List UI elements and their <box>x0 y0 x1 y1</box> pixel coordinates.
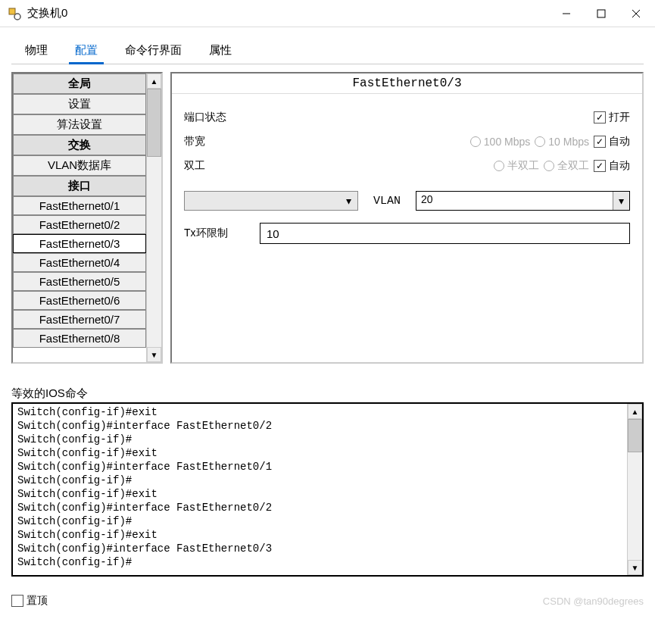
ios-commands-box: Switch(config-if)#exit Switch(config)#in… <box>11 402 644 577</box>
vlan-dropdown[interactable]: 20 ▾ <box>416 191 630 211</box>
sidebar-item-vlan-db[interactable]: VLAN数据库 <box>13 155 146 176</box>
mode-dropdown[interactable]: ▾ <box>184 191 358 211</box>
watermark: CSDN @tan90degrees <box>543 596 644 607</box>
check-icon <box>594 160 606 172</box>
maximize-button[interactable] <box>584 1 619 27</box>
sidebar-item-settings[interactable]: 设置 <box>13 94 146 114</box>
sidebar-item-fe04[interactable]: FastEthernet0/4 <box>13 253 146 272</box>
ios-scrollbar[interactable]: ▲ ▼ <box>627 404 642 575</box>
ios-commands-label: 等效的IOS命令 <box>11 386 644 401</box>
tx-ring-input[interactable] <box>260 223 630 244</box>
titlebar: 交换机0 <box>0 0 655 27</box>
scroll-down-icon[interactable]: ▼ <box>628 560 642 575</box>
radio-icon <box>494 161 504 171</box>
chevron-down-icon: ▾ <box>341 193 356 208</box>
tab-config[interactable]: 配置 <box>61 39 111 64</box>
tab-physical[interactable]: 物理 <box>11 39 61 64</box>
window-title: 交换机0 <box>27 6 549 20</box>
port-on-checkbox[interactable]: 打开 <box>594 111 630 124</box>
svg-rect-4 <box>597 10 605 17</box>
duplex-half-radio[interactable]: 半双工 <box>494 159 539 173</box>
bw-100-radio[interactable]: 100 Mbps <box>470 136 530 148</box>
sidebar-item-fe02[interactable]: FastEthernet0/2 <box>13 215 146 234</box>
tab-cli[interactable]: 命令行界面 <box>111 39 195 64</box>
vlan-label: VLAN <box>373 195 401 208</box>
check-icon <box>594 136 606 148</box>
close-button[interactable] <box>619 1 653 27</box>
check-icon <box>11 595 23 607</box>
radio-icon <box>470 136 481 147</box>
sidebar-item-fe03[interactable]: FastEthernet0/3 <box>13 234 146 253</box>
detail-panel: FastEthernet0/3 端口状态 打开 带宽 100 Mbps <box>170 72 644 364</box>
scroll-up-icon[interactable]: ▲ <box>147 73 161 89</box>
minimize-button[interactable] <box>549 1 584 27</box>
duplex-full-radio[interactable]: 全双工 <box>544 159 589 173</box>
detail-title: FastEthernet0/3 <box>172 73 642 94</box>
radio-icon <box>544 161 554 171</box>
scroll-thumb[interactable] <box>628 419 642 452</box>
sidebar-item-fe06[interactable]: FastEthernet0/6 <box>13 291 146 310</box>
app-icon <box>8 7 21 20</box>
always-on-top-checkbox[interactable]: 置顶 <box>11 594 48 608</box>
sidebar-item-fe07[interactable]: FastEthernet0/7 <box>13 310 146 329</box>
bw-10-radio[interactable]: 10 Mbps <box>535 136 589 148</box>
scroll-down-icon[interactable]: ▼ <box>147 347 161 362</box>
tab-bar: 物理 配置 命令行界面 属性 <box>11 39 644 64</box>
duplex-auto-checkbox[interactable]: 自动 <box>594 159 630 173</box>
duplex-label: 双工 <box>184 159 245 173</box>
scroll-up-icon[interactable]: ▲ <box>628 404 642 419</box>
svg-rect-2 <box>9 8 15 14</box>
sidebar-item-fe05[interactable]: FastEthernet0/5 <box>13 272 146 291</box>
tab-attributes[interactable]: 属性 <box>195 39 245 64</box>
bandwidth-label: 带宽 <box>184 135 245 148</box>
sidebar-item-fe01[interactable]: FastEthernet0/1 <box>13 196 146 215</box>
ios-commands-text[interactable]: Switch(config-if)#exit Switch(config)#in… <box>13 404 627 575</box>
sidebar-item-fe08[interactable]: FastEthernet0/8 <box>13 329 146 348</box>
chevron-down-icon: ▾ <box>613 192 629 210</box>
tx-ring-label: Tx环限制 <box>184 227 245 240</box>
radio-icon <box>535 136 545 147</box>
bw-auto-checkbox[interactable]: 自动 <box>594 135 630 148</box>
sidebar-header-interface[interactable]: 接口 <box>13 176 146 196</box>
sidebar-header-global[interactable]: 全局 <box>13 73 146 94</box>
check-icon <box>594 111 606 123</box>
sidebar-header-switch[interactable]: 交换 <box>13 135 146 155</box>
sidebar-scrollbar[interactable]: ▲ ▼ <box>146 73 161 362</box>
scroll-thumb[interactable] <box>147 89 161 157</box>
sidebar-item-algorithm[interactable]: 算法设置 <box>13 114 146 135</box>
sidebar: 全局 设置 算法设置 交换 VLAN数据库 接口 FastEthernet0/1… <box>11 72 163 364</box>
port-status-label: 端口状态 <box>184 111 245 124</box>
